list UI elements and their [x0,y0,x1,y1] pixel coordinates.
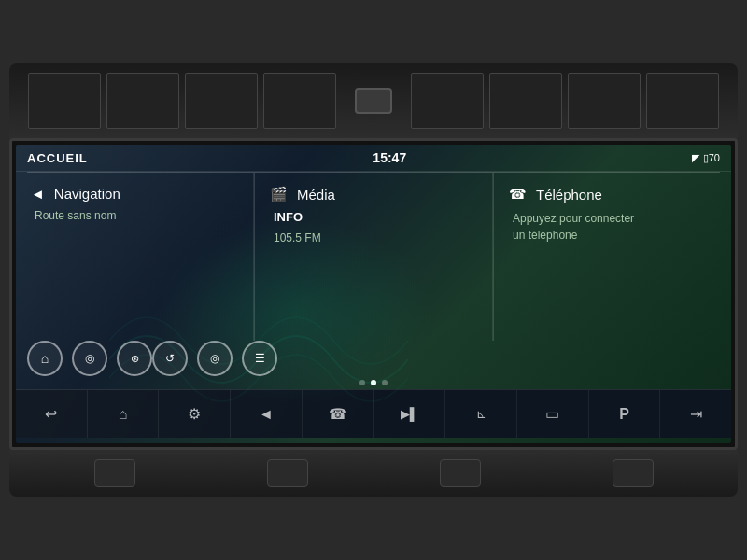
search-media-button[interactable]: ◎ [197,341,233,376]
navigation-subtitle: Route sans nom [31,209,238,222]
camera-icon: ▭ [545,405,559,423]
signal-icon: ◤ [692,152,699,164]
media-label: Média [297,187,335,203]
search-media-icon: ◎ [210,352,219,365]
dash-button-2[interactable] [267,459,308,487]
media-title: 🎬 Média [270,186,477,203]
vent-slat [568,73,641,129]
main-content: ◄ Navigation Route sans nom 🎬 Média INFO… [16,173,731,341]
home-nav-icon: ⌂ [41,351,49,366]
media-icon: 🎬 [270,186,288,203]
car-nav-button[interactable]: ⊛ [117,341,152,376]
navigation-column[interactable]: ◄ Navigation Route sans nom [16,173,254,341]
dash-button-1[interactable] [94,459,135,487]
vent-slats-right [392,73,738,129]
media-info-sub: 105.5 FM [270,231,477,245]
search-nav-icon: ◎ [85,352,94,365]
vent-center-button[interactable] [355,88,392,114]
media-column[interactable]: 🎬 Média INFO 105.5 FM [255,173,493,341]
vent-slat [411,73,484,129]
navigation-icon: ◄ [31,186,45,202]
navigation-title: ◄ Navigation [31,186,238,202]
vent-slat [185,73,258,129]
vent-slat [106,73,179,129]
dash-button-4[interactable] [613,459,654,487]
telephone-title: ☎ Téléphone [509,186,716,203]
back-icon: ↩ [45,405,57,423]
list-media-button[interactable]: ☰ [242,341,277,376]
list-media-icon: ☰ [255,352,265,365]
parking-button[interactable]: P [589,390,661,438]
telephone-column[interactable]: ☎ Téléphone Appuyez pour connecter un té… [494,173,731,341]
telephone-desc-line2: un téléphone [513,229,577,242]
screen-header: ACCUEIL 15:47 ◤ ▯70 [16,145,731,172]
time-display: 15:47 [373,150,406,165]
vent-slats-left [9,73,355,129]
car-nav-icon: ⊛ [131,353,139,365]
media-icon-row: ↺ ◎ ☰ [152,341,277,376]
audio-media-icon: ↺ [165,352,175,365]
exit-icon: ⇥ [690,405,702,423]
status-icons: ◤ ▯70 [692,152,720,164]
camera-button[interactable]: ▭ [517,390,589,438]
screen-bezel: ACCUEIL 15:47 ◤ ▯70 ◄ Navigation Route s… [9,138,738,450]
vent-slat [263,73,336,129]
nav-icon-row: ⌂ ◎ ⊛ [27,341,152,376]
media-info-main: INFO [270,210,477,224]
telephone-label: Téléphone [536,187,602,203]
home-nav-button[interactable]: ⌂ [27,341,63,376]
telephone-desc: Appuyez pour connecter un téléphone [509,210,716,244]
seat-icon: ⊾ [476,407,486,421]
telephone-desc-line1: Appuyez pour connecter [513,212,634,225]
vent-slat [489,73,562,129]
audio-media-button[interactable]: ↺ [152,341,188,376]
dashboard-top [9,63,738,138]
parking-icon: P [619,406,629,423]
seat-button[interactable]: ⊾ [445,390,517,438]
telephone-icon: ☎ [509,186,527,203]
vent-slat [646,73,719,129]
dashboard-bottom [9,450,738,497]
back-button[interactable]: ↩ [16,390,88,438]
navigation-label: Navigation [54,186,120,202]
search-nav-button[interactable]: ◎ [72,341,107,376]
battery-icon: ▯70 [703,152,720,164]
infotainment-screen: ACCUEIL 15:47 ◤ ▯70 ◄ Navigation Route s… [16,145,731,443]
vent-slat [28,73,101,129]
dash-button-3[interactable] [440,459,481,487]
exit-button[interactable]: ⇥ [660,390,731,438]
accueil-label: ACCUEIL [27,151,88,165]
